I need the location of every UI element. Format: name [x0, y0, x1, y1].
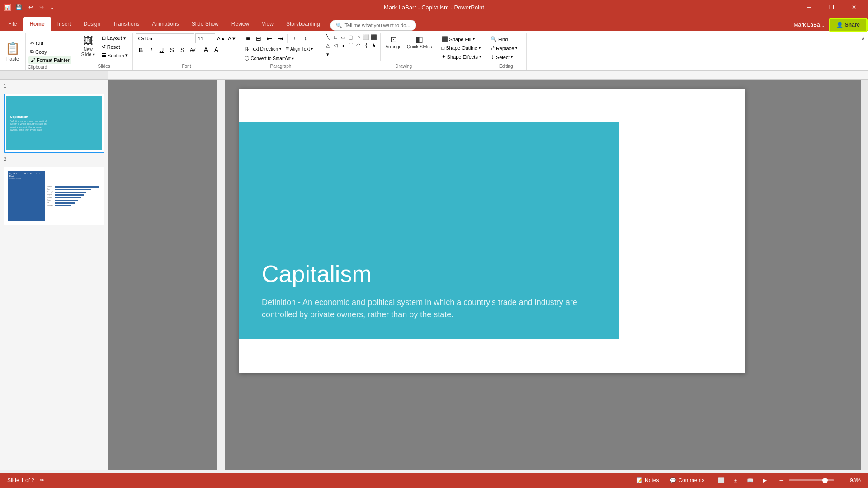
- underline-button[interactable]: U: [156, 45, 166, 55]
- notes-button[interactable]: 📝 Notes: [632, 476, 662, 484]
- format-painter-button[interactable]: 🖌 Format Painter: [28, 56, 71, 64]
- reading-view-button[interactable]: 📖: [745, 475, 755, 486]
- horizontal-ruler: [108, 71, 868, 79]
- align-text-button[interactable]: ≡ Align Text ▾: [284, 45, 315, 53]
- quick-access-redo[interactable]: ↪: [38, 3, 46, 11]
- status-left: Slide 1 of 2 ✏: [7, 477, 44, 483]
- tab-animations[interactable]: Animations: [146, 17, 185, 31]
- ribbon-collapse-button[interactable]: ∧: [860, 34, 866, 42]
- zoom-in-button[interactable]: +: [838, 477, 844, 483]
- section-button[interactable]: ☰ Section ▾: [100, 52, 130, 59]
- strikethrough-button[interactable]: S: [167, 45, 177, 55]
- zoom-slider[interactable]: [789, 479, 834, 481]
- shape-line[interactable]: ╲: [324, 33, 331, 41]
- notes-label: Notes: [645, 477, 659, 483]
- cut-button[interactable]: ✂ Cut: [28, 39, 71, 47]
- shape-rect[interactable]: □: [332, 33, 339, 41]
- columns-button[interactable]: ⫶: [289, 33, 299, 43]
- highlight-button[interactable]: Ā: [211, 45, 221, 55]
- tell-me-box[interactable]: 🔍 Tell me what you want to do...: [330, 20, 416, 31]
- increase-font-button[interactable]: A▲: [216, 33, 226, 43]
- tab-review[interactable]: Review: [225, 17, 255, 31]
- shape-tri[interactable]: △: [324, 42, 331, 49]
- comments-button[interactable]: 💬 Comments: [666, 476, 708, 484]
- quick-access-customize[interactable]: ⌄: [48, 4, 56, 11]
- shape-more-btn[interactable]: ▾: [324, 51, 331, 58]
- tab-insert[interactable]: Insert: [51, 17, 77, 31]
- quick-access-save[interactable]: 💾: [14, 3, 24, 11]
- bullets-button[interactable]: ≡: [243, 33, 253, 43]
- shape-rounded-rect[interactable]: ▢: [347, 33, 354, 41]
- slide-canvas[interactable]: Capitalism Definition - An economic and …: [239, 89, 745, 373]
- layout-button[interactable]: ⊞ Layout ▾: [100, 34, 130, 42]
- edit-theme-button[interactable]: ✏: [40, 477, 44, 483]
- copy-button[interactable]: ⧉ Copy: [28, 48, 71, 56]
- quick-styles-button[interactable]: ◧ Quick Styles: [405, 33, 434, 50]
- edit-icon: ✏: [40, 477, 44, 483]
- shape-rect2[interactable]: ▭: [340, 33, 347, 41]
- shape-arc[interactable]: ◠: [355, 42, 362, 49]
- shape-curve[interactable]: ⌒: [347, 42, 354, 49]
- quick-access-undo[interactable]: ↩: [27, 3, 35, 11]
- minimize-button[interactable]: ─: [798, 0, 819, 14]
- numbering-button[interactable]: ⊟: [254, 33, 264, 43]
- arrange-icon: ⊡: [390, 34, 397, 44]
- share-button[interactable]: 👤 Share: [830, 19, 866, 31]
- shape-outline-button[interactable]: □ Shape Outline ▾: [440, 44, 483, 52]
- arrange-button[interactable]: ⊡ Arrange: [383, 33, 403, 50]
- text-direction-button[interactable]: ⇅ Text Direction ▾: [243, 45, 283, 53]
- decrease-font-button[interactable]: A▼: [227, 33, 237, 43]
- normal-view-button[interactable]: ⬜: [716, 475, 726, 486]
- status-right: 📝 Notes 💬 Comments ⬜ ⊞ 📖 ▶ ─ + 93%: [632, 475, 861, 486]
- font-label: Font: [136, 63, 237, 69]
- shadow-button[interactable]: S: [177, 45, 187, 55]
- char-spacing-button[interactable]: AV: [188, 45, 198, 55]
- shape-para[interactable]: ⬧: [340, 42, 347, 49]
- tab-transitions[interactable]: Transitions: [107, 17, 146, 31]
- decrease-indent-button[interactable]: ⇤: [264, 33, 274, 43]
- slides-group: 🖼 NewSlide ▾ ⊞ Layout ▾ ↺ Reset ☰ Sectio…: [75, 33, 133, 70]
- layout-icon: ⊞: [102, 35, 106, 41]
- italic-button[interactable]: I: [146, 45, 156, 55]
- shape-rect3[interactable]: ⬜: [363, 33, 370, 41]
- shape-more[interactable]: ⬛: [370, 33, 377, 41]
- shape-rtri[interactable]: ◁: [332, 42, 339, 49]
- line-spacing-button[interactable]: ↕: [300, 33, 310, 43]
- shape-fill-button[interactable]: ⬛ Shape Fill ▾: [440, 35, 483, 43]
- tab-file[interactable]: File: [2, 17, 23, 31]
- shape-star[interactable]: ★: [370, 42, 377, 49]
- zoom-out-button[interactable]: ─: [778, 477, 785, 483]
- tab-view[interactable]: View: [255, 17, 280, 31]
- slide-sorter-button[interactable]: ⊞: [730, 475, 741, 486]
- tab-storyboarding[interactable]: Storyboarding: [280, 17, 326, 31]
- find-button[interactable]: 🔍 Find: [489, 35, 524, 43]
- ruler-top: [0, 71, 868, 80]
- tab-design[interactable]: Design: [77, 17, 107, 31]
- reset-icon: ↺: [102, 44, 106, 50]
- new-slide-button[interactable]: 🖼 NewSlide ▾: [78, 33, 98, 59]
- text-direction-icon: ⇅: [245, 46, 249, 52]
- select-button[interactable]: ⊹ Select ▾: [489, 53, 524, 61]
- shape-circle[interactable]: ○: [355, 33, 362, 41]
- font-size-input[interactable]: [195, 33, 215, 43]
- slide-1-thumbnail[interactable]: Capitalism Definition - an economic and …: [4, 94, 104, 153]
- bold-button[interactable]: B: [136, 45, 146, 55]
- shape-brace[interactable]: {: [363, 42, 370, 49]
- reset-button[interactable]: ↺ Reset: [100, 43, 130, 51]
- zoom-level: 93%: [850, 477, 861, 483]
- drawing-label: Drawing: [324, 63, 482, 69]
- paste-button[interactable]: 📋 Paste: [3, 40, 23, 63]
- shape-effects-button[interactable]: ✦ Shape Effects ▾: [440, 53, 483, 61]
- slide-2-thumbnail[interactable]: Top 10 European Union Countries in Debt …: [4, 167, 104, 226]
- replace-button[interactable]: ⇄ Replace ▾: [489, 44, 524, 52]
- tab-slideshow[interactable]: Slide Show: [185, 17, 225, 31]
- thumb1-title: Capitalism: [10, 115, 50, 119]
- close-button[interactable]: ✕: [844, 0, 864, 14]
- tab-home[interactable]: Home: [23, 17, 51, 31]
- restore-button[interactable]: ❐: [821, 0, 842, 14]
- increase-indent-button[interactable]: ⇥: [275, 33, 285, 43]
- font-color-button[interactable]: A: [201, 45, 211, 55]
- font-family-input[interactable]: [136, 33, 194, 43]
- convert-smartart-button[interactable]: ⬡ Convert to SmartArt ▾: [243, 54, 295, 62]
- slideshow-button[interactable]: ▶: [759, 475, 770, 486]
